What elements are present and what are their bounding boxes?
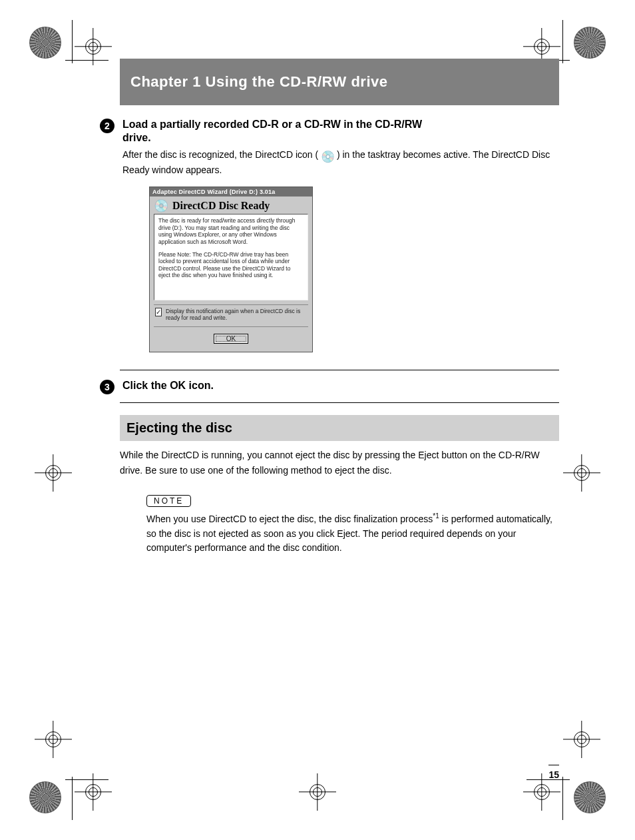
dialog-message-1: The disc is ready for read/write access … — [158, 217, 304, 246]
dialog-ready-title: DirectCD Disc Ready — [172, 200, 270, 212]
step-2-description: After the disc is recognized, the Direct… — [122, 148, 559, 177]
dialog-message-box: The disc is ready for read/write access … — [154, 214, 308, 300]
chapter-heading: Chapter 1 Using the CD-R/RW drive — [120, 59, 559, 105]
registration-ball-icon — [29, 781, 61, 813]
directcd-dialog: Adaptec DirectCD Wizard (Drive D:) 3.01a… — [149, 187, 313, 352]
registration-cross-icon — [304, 779, 331, 805]
registration-cross-icon — [40, 726, 67, 753]
step-2-title-line2: drive. — [122, 132, 559, 144]
step-2-desc-before: After the disc is recognized, the Direct… — [122, 149, 318, 160]
note-body: When you use DirectCD to eject the disc,… — [146, 511, 559, 556]
step-3-title: Click the OK icon. — [122, 380, 559, 392]
ok-button[interactable]: OK — [214, 334, 248, 344]
registration-cross-icon — [80, 779, 106, 805]
separator — [548, 765, 559, 765]
step-2-title-line1: Load a partially recorded CD-R or a CD-R… — [122, 119, 559, 131]
registration-cross-icon — [529, 33, 555, 60]
directcd-tray-icon: 💿 — [321, 151, 334, 163]
notification-checkbox-label: Display this notification again when a D… — [166, 308, 307, 321]
registration-ball-icon — [574, 27, 606, 59]
note-body-before: When you use DirectCD to eject the disc,… — [146, 514, 433, 524]
step-number-badge: 2 — [100, 119, 114, 133]
registration-cross-icon — [568, 726, 595, 753]
notification-checkbox[interactable]: ✓ — [155, 308, 162, 316]
dialog-message-2: Please Note: The CD-R/CD-RW drive tray h… — [158, 251, 304, 280]
section-paragraph: While the DirectCD is running, you canno… — [120, 448, 559, 478]
separator — [120, 402, 559, 403]
step-number-badge: 3 — [100, 380, 114, 394]
section-heading: Ejecting the disc — [120, 415, 559, 441]
registration-ball-icon — [29, 27, 61, 59]
dialog-titlebar: Adaptec DirectCD Wizard (Drive D:) 3.01a — [150, 187, 312, 197]
note-label: NOTE — [146, 495, 191, 507]
registration-ball-icon — [574, 781, 606, 813]
note-footnote-ref: *1 — [433, 512, 439, 520]
registration-cross-icon — [80, 33, 106, 60]
page-number: 15 — [548, 769, 559, 780]
registration-cross-icon — [40, 460, 67, 486]
disc-icon: 💿 — [154, 199, 168, 212]
registration-cross-icon — [529, 779, 555, 805]
registration-cross-icon — [568, 460, 595, 486]
